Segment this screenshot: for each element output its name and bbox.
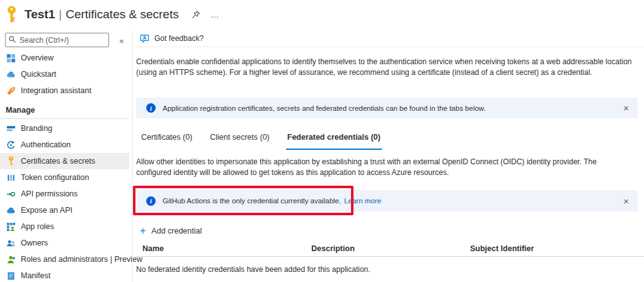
column-header-description: Description [311, 244, 470, 253]
sidebar-item-label: Roles and administrators | Preview [21, 255, 142, 264]
info-icon: i [146, 196, 156, 206]
collapse-menu-icon[interactable]: « [115, 34, 128, 47]
sidebar-item-owners[interactable]: Owners [0, 235, 129, 251]
sidebar-item-quickstart[interactable]: Quickstart [0, 66, 129, 82]
learn-more-link[interactable]: Learn more [344, 197, 381, 205]
empty-table-message: No federated identity credentials have b… [136, 265, 371, 274]
close-icon[interactable]: × [623, 196, 629, 206]
api-permissions-icon [6, 189, 16, 199]
integration-assistant-icon [6, 86, 16, 96]
sidebar-item-label: API permissions [21, 189, 78, 198]
close-icon[interactable]: × [623, 103, 629, 113]
more-options-icon[interactable]: … [210, 9, 220, 20]
credentials-table-header: Name Description Subject Identifier [136, 241, 644, 257]
column-header-subject-identifier: Subject Identifier [470, 244, 644, 253]
title-separator: | [55, 8, 66, 21]
expose-api-icon [6, 205, 16, 215]
sidebar-divider [0, 118, 129, 119]
tab-certificates[interactable]: Certificates (0) [140, 133, 193, 150]
sidebar-item-label: Integration assistant [21, 86, 91, 95]
page-header: Test1|Certificates & secrets … [0, 0, 644, 29]
column-header-name: Name [136, 244, 311, 253]
sidebar-search [5, 33, 109, 47]
sidebar-item-integration-assistant[interactable]: Integration assistant [0, 82, 129, 99]
sidebar-item-certificates-secrets[interactable]: Certificates & secrets [0, 153, 129, 169]
sidebar-item-label: Branding [21, 124, 52, 133]
github-banner-text: GitHub Actions is the only credential cu… [163, 197, 341, 205]
federated-credentials-description: Allow other identities to impersonate th… [136, 157, 633, 178]
sidebar-item-expose-an-api[interactable]: Expose an API [0, 202, 129, 218]
app-roles-icon [6, 222, 16, 232]
sidebar-item-label: Expose an API [21, 206, 72, 215]
sidebar-item-label: Token configuration [21, 173, 89, 182]
info-banner-tabs: i Application registration certificates,… [136, 98, 638, 118]
key-icon [6, 6, 18, 23]
branding-icon [6, 123, 16, 133]
sidebar-item-authentication[interactable]: Authentication [0, 137, 129, 153]
sidebar-content-divider [132, 30, 133, 282]
sidebar: « Overview Quickstart [0, 30, 129, 282]
sidebar-section-manage: Manage [0, 104, 129, 116]
sidebar-item-label: App roles [21, 222, 54, 231]
sidebar-item-app-roles[interactable]: App roles [0, 218, 129, 235]
credential-tabs: Certificates (0) Client secrets (0) Fede… [136, 133, 397, 150]
sidebar-item-label: Authentication [21, 140, 71, 149]
pin-icon[interactable] [192, 10, 200, 19]
sidebar-item-token-configuration[interactable]: Token configuration [0, 169, 129, 186]
manifest-icon [6, 271, 16, 281]
key-icon [6, 156, 16, 166]
feedback-icon [139, 33, 149, 43]
tab-client-secrets[interactable]: Client secrets (0) [209, 133, 270, 150]
got-feedback-button[interactable]: Got feedback? [139, 33, 204, 43]
sidebar-item-label: Owners [21, 239, 48, 247]
sidebar-item-label: Certificates & secrets [21, 157, 95, 166]
info-banner-text: Application registration certificates, s… [163, 104, 486, 112]
owners-icon [6, 238, 16, 248]
sidebar-item-api-permissions[interactable]: API permissions [0, 186, 129, 202]
info-icon: i [146, 103, 156, 113]
page-title-text: Certificates & secrets [66, 8, 179, 21]
add-icon: + [140, 226, 146, 236]
tab-federated-credentials[interactable]: Federated credentials (0) [286, 133, 382, 150]
app-name: Test1 [25, 8, 55, 21]
add-credential-label: Add credential [151, 227, 202, 235]
overview-icon [6, 53, 16, 63]
got-feedback-label: Got feedback? [154, 34, 204, 43]
sidebar-item-label: Overview [21, 54, 54, 62]
sidebar-item-label: Quickstart [21, 70, 56, 79]
sidebar-item-roles-administrators[interactable]: Roles and administrators | Preview [0, 251, 129, 268]
token-configuration-icon [6, 172, 16, 183]
sidebar-nav: Overview Quickstart Integration assistan… [0, 50, 129, 282]
search-icon [8, 35, 16, 43]
search-input[interactable] [5, 33, 109, 47]
sidebar-item-manifest[interactable]: Manifest [0, 268, 129, 282]
sidebar-item-overview[interactable]: Overview [0, 50, 129, 66]
info-banner-github-actions: i GitHub Actions is the only credential … [136, 190, 638, 212]
sidebar-item-branding[interactable]: Branding [0, 120, 129, 137]
page-title: Test1|Certificates & secrets [25, 8, 179, 21]
authentication-icon [6, 140, 16, 150]
add-credential-button[interactable]: + Add credential [140, 226, 202, 236]
command-bar: Got feedback? [136, 30, 644, 47]
sidebar-item-label: Manifest [21, 271, 50, 280]
quickstart-icon [6, 69, 16, 79]
credentials-description: Credentials enable confidential applicat… [136, 57, 633, 78]
roles-administrators-icon [6, 254, 16, 264]
